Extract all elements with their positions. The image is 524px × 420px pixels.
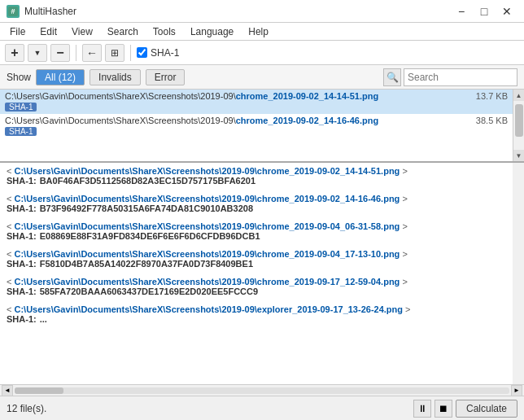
hash-detail-value-line: SHA-1: ...: [7, 314, 506, 324]
scroll-up-arrow[interactable]: ▲: [513, 90, 524, 101]
hash-badge: SHA-1: [5, 127, 37, 136]
hash-detail-value-line: SHA-1: B73F96492F778A50315A6FA74DA81C901…: [7, 203, 506, 213]
maximize-button[interactable]: □: [474, 3, 495, 20]
file-list-panel: C:\Users\Gavin\Documents\ShareX\Screensh…: [0, 90, 524, 163]
scroll-thumb[interactable]: [515, 104, 523, 137]
hash-detail-value-line: SHA-1: E08869E88F31A9FD834DE6F6E6F6D6CFD…: [7, 231, 506, 241]
sha1-label: SHA-1: [151, 47, 179, 59]
hash-detail-value-line: SHA-1: 585FA720BAAA6063437DE17169E2D020E…: [7, 287, 506, 296]
menu-edit[interactable]: Edit: [33, 24, 63, 39]
file-list-scrollbar[interactable]: ▲ ▼: [513, 90, 524, 161]
back-button[interactable]: ←: [82, 44, 102, 62]
horizontal-scrollbar: ◄ ►: [0, 384, 524, 396]
show-label: Show: [7, 72, 31, 83]
file-size: 38.5 KB: [476, 116, 508, 125]
hash-detail-item: < C:\Users\Gavin\Documents\ShareX\Screen…: [7, 249, 506, 269]
file-item[interactable]: C:\Users\Gavin\Documents\ShareX\Screensh…: [0, 90, 513, 114]
add-button[interactable]: +: [5, 44, 24, 62]
hash-detail-link[interactable]: C:\Users\Gavin\Documents\ShareX\Screensh…: [14, 221, 400, 231]
menu-help[interactable]: Help: [242, 24, 275, 39]
titlebar-left: # MultiHasher: [7, 5, 76, 18]
file-path-text: C:\Users\Gavin\Documents\ShareX\Screensh…: [5, 91, 469, 101]
pause-button[interactable]: ⏸: [413, 400, 431, 418]
hash-detail-item: < C:\Users\Gavin\Documents\ShareX\Screen…: [7, 166, 506, 186]
menu-tools[interactable]: Tools: [146, 24, 182, 39]
hash-detail-path-line: < C:\Users\Gavin\Documents\ShareX\Screen…: [7, 304, 506, 314]
grid-button[interactable]: ⊞: [105, 44, 124, 62]
stop-button[interactable]: ⏹: [434, 400, 452, 418]
titlebar-title: MultiHasher: [24, 6, 76, 17]
titlebar: # MultiHasher − □ ✕: [0, 0, 524, 23]
all-filter-button[interactable]: All (12): [36, 69, 85, 85]
calculate-button[interactable]: Calculate: [456, 400, 517, 418]
hash-value: ...: [40, 314, 47, 324]
pause-icon: ⏸: [417, 403, 427, 414]
hash-detail-link[interactable]: C:\Users\Gavin\Documents\ShareX\Screensh…: [14, 166, 400, 176]
error-filter-button[interactable]: Error: [146, 69, 186, 85]
separator-1: [76, 45, 76, 61]
hash-badge: SHA-1: [5, 103, 37, 112]
hash-detail-item: < C:\Users\Gavin\Documents\ShareX\Screen…: [7, 194, 506, 213]
hash-detail-link[interactable]: C:\Users\Gavin\Documents\ShareX\Screensh…: [14, 194, 400, 203]
file-size: 13.7 KB: [476, 91, 508, 101]
menubar: File Edit View Search Tools Language Hel…: [0, 23, 524, 41]
hash-value: E08869E88F31A9FD834DE6F6E6F6D6CFDB96DCB1: [40, 231, 260, 241]
status-right: ⏸ ⏹ Calculate: [413, 400, 517, 418]
hscroll-left-button[interactable]: ◄: [2, 385, 13, 396]
search-icon-button[interactable]: 🔍: [383, 68, 401, 86]
svg-text:#: #: [11, 7, 15, 15]
menu-language[interactable]: Language: [184, 24, 240, 39]
titlebar-controls: − □ ✕: [451, 3, 517, 20]
sha1-checkbox-container: SHA-1: [137, 47, 179, 59]
hash-detail-panel: < C:\Users\Gavin\Documents\ShareX\Screen…: [0, 163, 513, 384]
search-input[interactable]: [404, 68, 517, 86]
sha1-checkbox[interactable]: [137, 47, 147, 58]
search-area: 🔍: [383, 68, 517, 86]
hash-detail-path-line: < C:\Users\Gavin\Documents\ShareX\Screen…: [7, 221, 506, 231]
hash-detail-value-line: SHA-1: F5810D4B7A85A14022F8970A37FA0D73F…: [7, 259, 506, 269]
scroll-down-arrow[interactable]: ▼: [513, 150, 524, 161]
hash-detail-path-line: < C:\Users\Gavin\Documents\ShareX\Screen…: [7, 249, 506, 259]
separator-2: [130, 45, 131, 61]
stop-icon: ⏹: [439, 403, 448, 414]
hash-detail-link[interactable]: C:\Users\Gavin\Documents\ShareX\Screensh…: [14, 277, 400, 287]
hash-value: 585FA720BAAA6063437DE17169E2D020EE5FCCC9: [40, 287, 258, 296]
toolbar: + ▼ − ← ⊞ SHA-1: [0, 41, 524, 65]
hash-detail-link[interactable]: C:\Users\Gavin\Documents\ShareX\Screensh…: [14, 304, 403, 314]
app-icon: #: [7, 5, 20, 18]
file-item[interactable]: C:\Users\Gavin\Documents\ShareX\Screensh…: [0, 114, 513, 138]
hash-value: BA0F46AF3D5112568D82A3EC15D757175BFA6201: [40, 176, 255, 186]
hscroll-track: [15, 387, 509, 394]
status-file-count: 12 file(s).: [7, 403, 46, 414]
hash-detail-item: < C:\Users\Gavin\Documents\ShareX\Screen…: [7, 277, 506, 296]
hash-detail-item: < C:\Users\Gavin\Documents\ShareX\Screen…: [7, 221, 506, 241]
close-button[interactable]: ✕: [496, 3, 517, 20]
minimize-button[interactable]: −: [451, 3, 472, 20]
file-path-text: C:\Users\Gavin\Documents\ShareX\Screensh…: [5, 116, 469, 125]
hash-detail-item: < C:\Users\Gavin\Documents\ShareX\Screen…: [7, 304, 506, 324]
menu-view[interactable]: View: [65, 24, 99, 39]
hash-detail-value-line: SHA-1: BA0F46AF3D5112568D82A3EC15D757175…: [7, 176, 506, 186]
hash-detail-path-line: < C:\Users\Gavin\Documents\ShareX\Screen…: [7, 277, 506, 287]
hash-detail-path-line: < C:\Users\Gavin\Documents\ShareX\Screen…: [7, 166, 506, 176]
invalids-filter-button[interactable]: Invalids: [90, 69, 141, 85]
statusbar: 12 file(s). ⏸ ⏹ Calculate: [0, 396, 524, 420]
hash-detail-link[interactable]: C:\Users\Gavin\Documents\ShareX\Screensh…: [14, 249, 400, 259]
dropdown-add-button[interactable]: ▼: [28, 44, 47, 62]
hash-value: B73F96492F778A50315A6FA74DA81C9010AB3208: [40, 203, 253, 213]
hash-detail-path-line: < C:\Users\Gavin\Documents\ShareX\Screen…: [7, 194, 506, 203]
hscroll-thumb[interactable]: [15, 387, 63, 394]
hash-value: F5810D4B7A85A14022F8970A37FA0D73F8409BE1: [40, 259, 253, 269]
hscroll-right-button[interactable]: ►: [511, 385, 522, 396]
remove-button[interactable]: −: [50, 44, 70, 62]
menu-search[interactable]: Search: [101, 24, 145, 39]
filterbar: Show All (12) Invalids Error 🔍: [0, 65, 524, 90]
menu-file[interactable]: File: [3, 24, 32, 39]
